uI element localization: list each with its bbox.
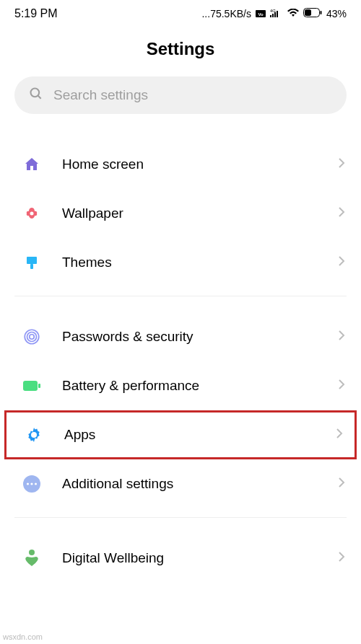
settings-item-passwords[interactable]: Passwords & security (0, 312, 361, 361)
chevron-right-icon (338, 330, 345, 344)
chevron-right-icon (338, 477, 345, 491)
settings-item-additional[interactable]: Additional settings (0, 459, 361, 508)
svg-rect-18 (23, 381, 38, 391)
settings-item-label: Home screen (62, 156, 318, 172)
chevron-right-icon (338, 157, 345, 172)
search-input[interactable] (53, 87, 332, 103)
chevron-right-icon (338, 551, 345, 565)
chevron-right-icon (338, 255, 345, 270)
search-box[interactable] (14, 76, 347, 114)
settings-list: Home screen Wallpaper Themes Passwords &… (0, 140, 361, 583)
battery-icon (22, 376, 42, 396)
svg-rect-4 (272, 14, 274, 17)
chevron-right-icon (338, 379, 345, 393)
svg-point-24 (35, 482, 37, 485)
chevron-right-icon (336, 428, 343, 442)
svg-rect-14 (30, 264, 33, 269)
settings-item-home-screen[interactable]: Home screen (0, 140, 361, 189)
svg-rect-3 (270, 15, 271, 17)
settings-item-label: Apps (64, 427, 316, 443)
status-indicators: ...75.5KB/s Vo 4G 43% (201, 8, 347, 19)
volte-icon: Vo (256, 8, 266, 19)
settings-item-label: Battery & performance (62, 378, 318, 394)
settings-item-battery[interactable]: Battery & performance (0, 361, 361, 410)
search-icon (29, 87, 43, 104)
svg-rect-6 (277, 11, 278, 17)
settings-item-wellbeing[interactable]: Digital Wellbeing (0, 534, 361, 583)
page-title: Settings (0, 25, 361, 76)
svg-point-22 (27, 482, 29, 485)
heart-person-icon (22, 548, 42, 568)
status-time: 5:19 PM (14, 7, 58, 20)
settings-item-themes[interactable]: Themes (0, 238, 361, 287)
settings-item-label: Additional settings (62, 476, 318, 492)
divider (14, 296, 347, 296)
svg-rect-8 (305, 9, 311, 16)
settings-item-label: Wallpaper (62, 206, 318, 221)
flower-icon (22, 203, 42, 224)
settings-item-label: Themes (62, 255, 318, 270)
svg-point-23 (30, 482, 32, 485)
svg-point-17 (30, 335, 35, 340)
svg-point-16 (27, 332, 37, 342)
settings-item-wallpaper[interactable]: Wallpaper (0, 189, 361, 238)
fingerprint-icon (22, 327, 42, 347)
svg-rect-9 (320, 11, 321, 14)
svg-rect-5 (274, 12, 276, 17)
divider (14, 517, 347, 518)
svg-rect-19 (38, 384, 40, 388)
svg-text:Vo: Vo (258, 12, 264, 17)
settings-item-label: Digital Wellbeing (62, 550, 318, 566)
settings-item-label: Passwords & security (62, 329, 318, 345)
signal-icon: 4G (270, 8, 283, 19)
home-icon (22, 154, 42, 175)
battery-percentage: 43% (326, 8, 347, 19)
gear-icon (24, 425, 44, 445)
wifi-icon (287, 8, 299, 19)
svg-point-12 (30, 212, 34, 216)
brush-icon (22, 252, 42, 273)
watermark: wsxdn.com (3, 632, 43, 641)
svg-point-20 (32, 433, 36, 437)
battery-icon (303, 8, 322, 19)
svg-point-25 (29, 550, 35, 555)
settings-item-apps[interactable]: Apps (4, 410, 357, 459)
status-bar: 5:19 PM ...75.5KB/s Vo 4G 43% (0, 0, 361, 25)
svg-rect-13 (27, 257, 37, 264)
chevron-right-icon (338, 206, 345, 221)
svg-line-11 (38, 96, 41, 99)
svg-point-10 (31, 89, 40, 97)
dots-icon (22, 474, 42, 494)
network-speed: ...75.5KB/s (201, 8, 251, 19)
